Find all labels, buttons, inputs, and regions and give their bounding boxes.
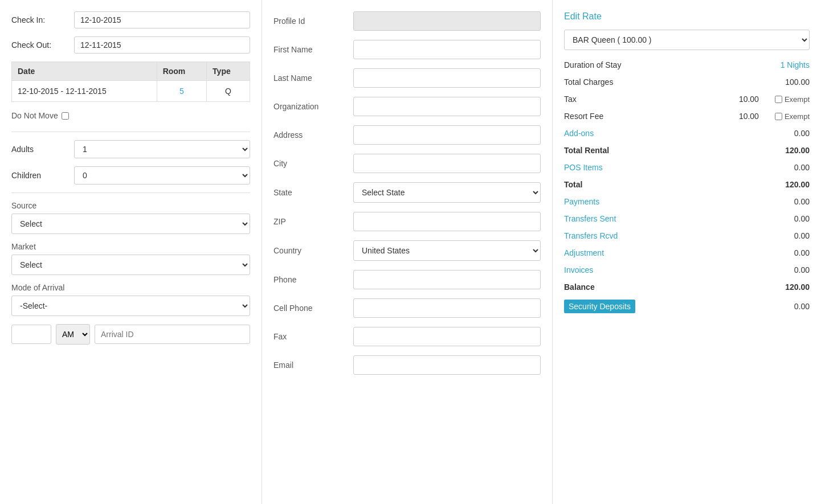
email-row: Email [273,355,541,375]
city-input[interactable] [353,154,541,173]
addons-value: 0.00 [794,129,810,138]
resort-fee-label: Resort Fee [564,112,603,121]
source-select[interactable]: Select [11,214,250,234]
left-panel: Check In: Check Out: Date Room Type 12-1… [0,0,262,504]
zip-input[interactable] [353,212,541,231]
col-type: Type [207,62,250,81]
country-select[interactable]: United States Canada Mexico [353,240,541,261]
country-label: Country [273,246,353,255]
invoices-label[interactable]: Invoices [564,265,593,274]
col-date: Date [12,62,157,81]
resort-fee-value: 10.00 [739,112,759,121]
do-not-move-checkbox[interactable] [62,112,69,120]
adjustment-label[interactable]: Adjustment [564,248,604,257]
adults-label: Adults [11,145,74,154]
addons-label[interactable]: Add-ons [564,129,594,138]
arrival-ampm-select[interactable]: AM PM [56,324,90,345]
pos-items-row: POS Items 0.00 [564,163,810,172]
pos-items-value: 0.00 [794,163,810,172]
payments-value: 0.00 [794,197,810,206]
total-rental-value: 120.00 [785,146,810,155]
profile-id-row: Profile Id [273,11,541,31]
adults-select[interactable]: 1 2 3 [74,140,250,158]
last-name-input[interactable] [353,68,541,88]
fax-input[interactable] [353,327,541,346]
email-label: Email [273,360,353,370]
duration-label: Duration of Stay [564,60,621,69]
first-name-label: First Name [273,45,353,54]
source-label: Source [11,201,250,210]
fax-row: Fax [273,327,541,346]
total-row: Total 120.00 [564,180,810,189]
date-table: Date Room Type 12-10-2015 - 12-11-2015 5… [11,62,250,102]
fax-label: Fax [273,332,353,341]
balance-label: Balance [564,282,595,292]
rate-select[interactable]: BAR Queen ( 100.00 ) [564,30,810,50]
state-label: State [273,188,353,197]
duration-row: Duration of Stay 1 Nights [564,60,810,69]
organization-label: Organization [273,102,353,111]
do-not-move-row: Do Not Move [11,111,250,120]
tax-label: Tax [564,95,577,104]
security-deposits-row: Security Deposits 0.00 [564,300,810,313]
payments-label[interactable]: Payments [564,197,599,206]
tax-exempt-checkbox[interactable] [775,96,782,103]
zip-label: ZIP [273,217,353,226]
total-charges-row: Total Charges 100.00 [564,77,810,87]
last-name-label: Last Name [273,73,353,83]
balance-value: 120.00 [785,282,810,292]
cell-phone-label: Cell Phone [273,304,353,313]
profile-id-input[interactable] [353,11,541,31]
cell-phone-input[interactable] [353,298,541,318]
row-room[interactable]: 5 [157,81,206,102]
balance-row: Balance 120.00 [564,282,810,292]
edit-rate-title[interactable]: Edit Rate [564,11,810,22]
total-value: 120.00 [785,180,810,189]
check-in-input[interactable] [74,11,250,28]
phone-input[interactable] [353,270,541,289]
duration-value: 1 Nights [781,60,810,69]
children-row: Children 0 1 2 [11,166,250,185]
adjustment-value: 0.00 [794,248,810,257]
row-date: 12-10-2015 - 12-11-2015 [12,81,157,102]
first-name-row: First Name [273,40,541,59]
address-row: Address [273,125,541,145]
security-deposits-value: 0.00 [794,302,810,311]
mode-of-arrival-select[interactable]: -Select- [11,296,250,316]
check-out-input[interactable] [74,36,250,54]
middle-panel: Profile Id First Name Last Name Organiza… [262,0,553,504]
organization-input[interactable] [353,97,541,116]
first-name-input[interactable] [353,40,541,59]
children-select[interactable]: 0 1 2 [74,166,250,185]
arrival-time-input[interactable] [11,325,51,344]
invoices-row: Invoices 0.00 [564,265,810,274]
email-input[interactable] [353,355,541,375]
resort-fee-exempt-checkbox[interactable] [775,113,782,120]
zip-row: ZIP [273,212,541,231]
arrival-id-input[interactable] [95,325,250,344]
address-input[interactable] [353,125,541,145]
tax-row: Tax 10.00 Exempt [564,95,810,104]
total-charges-label: Total Charges [564,77,613,87]
invoices-value: 0.00 [794,265,810,274]
organization-row: Organization [273,97,541,116]
pos-items-label[interactable]: POS Items [564,163,603,172]
col-room: Room [157,62,206,81]
transfers-rcvd-label[interactable]: Transfers Rcvd [564,231,618,240]
tax-exempt-label[interactable]: Exempt [775,95,810,104]
adjustment-row: Adjustment 0.00 [564,248,810,257]
market-select[interactable]: Select [11,255,250,275]
adults-row: Adults 1 2 3 [11,140,250,158]
transfers-sent-row: Transfers Sent 0.00 [564,214,810,223]
total-charges-value: 100.00 [785,77,810,87]
divider-1 [11,132,250,132]
resort-fee-right: 10.00 Exempt [739,112,810,121]
state-select[interactable]: Select State Alabama California New York… [353,182,541,203]
addons-row: Add-ons 0.00 [564,129,810,138]
profile-id-label: Profile Id [273,17,353,26]
transfers-sent-label[interactable]: Transfers Sent [564,214,616,223]
resort-fee-exempt-label[interactable]: Exempt [775,112,810,121]
divider-2 [11,192,250,193]
transfers-rcvd-row: Transfers Rcvd 0.00 [564,231,810,240]
security-deposits-label[interactable]: Security Deposits [564,300,635,313]
